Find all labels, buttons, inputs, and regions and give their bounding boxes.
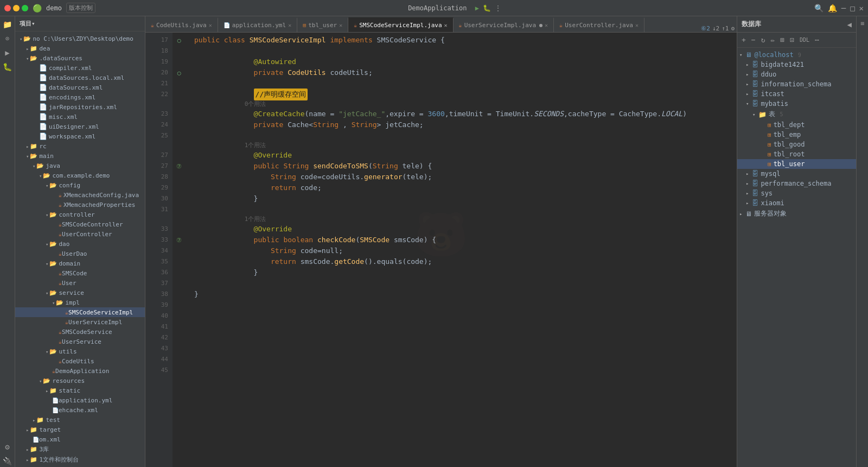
db-tbl-good[interactable]: ⊞ tbl_good: [737, 140, 856, 149]
maximize-button[interactable]: [22, 5, 28, 11]
code-editor[interactable]: 🐻 17 18 19 20 21 22 23 24 25 27 27 28 29: [145, 33, 737, 467]
db-sys[interactable]: ▸ 🗄 sys: [737, 188, 856, 198]
sidebar-item-smscode-domain[interactable]: ☕SMSCode: [15, 268, 145, 278]
sidebar-item-smscodeserviceimpl[interactable]: ☕SMSCodeServiceImpl: [15, 307, 145, 317]
sidebar-item-smscode-controller[interactable]: ☕SMSCodeController: [15, 219, 145, 229]
sidebar-item-com-example-demo[interactable]: ▾📂com.example.demo: [15, 171, 145, 180]
minimize-button[interactable]: [13, 5, 20, 11]
tab-usercontroller[interactable]: ☕ UserController.java ✕: [554, 17, 644, 32]
sidebar-item-datasources-local[interactable]: 📄dataSources.local.xml: [15, 73, 145, 83]
sidebar-item-rc[interactable]: ▸📁rc: [15, 141, 145, 151]
sidebar-item-dea[interactable]: ▸📁dea: [15, 43, 145, 53]
db-properties-button[interactable]: ✏: [768, 35, 777, 45]
sidebar-item-xmemcached-config[interactable]: ☕XMemcachedConfig.java: [15, 190, 145, 200]
db-refresh-button[interactable]: ↻: [759, 35, 768, 45]
db-itcast[interactable]: ▸ 🗄 itcast: [737, 89, 856, 99]
sidebar-item-userdao[interactable]: ☕UserDao: [15, 249, 145, 258]
sidebar-item-static[interactable]: ▸📁static: [15, 386, 145, 395]
sidebar-item-root[interactable]: ▾📂no C:\Users\ZDY\Desktop\demo: [15, 34, 145, 43]
sidebar-item-misc[interactable]: 📄misc.xml: [15, 112, 145, 122]
sidebar-item-user-controller[interactable]: ☕UserController: [15, 229, 145, 239]
sidebar-item-application-yml[interactable]: 📄application.yml: [15, 395, 145, 405]
sidebar-item-user-domain[interactable]: ☕User: [15, 278, 145, 288]
sidebar-item-smscodeservice[interactable]: ☕SMSCodeService: [15, 327, 145, 337]
tab-codeutils[interactable]: ☕ CodeUtils.java ✕: [145, 17, 218, 32]
db-localhost[interactable]: ▾ 🖥 @localhost 9: [737, 50, 856, 60]
db-tbl-dept[interactable]: ⊞ tbl_dept: [737, 120, 856, 130]
db-performance-schema[interactable]: ▸ 🗄 performance_schema: [737, 179, 856, 188]
tab-codeutils-close[interactable]: ✕: [209, 22, 212, 28]
folder-icon[interactable]: 📁: [2, 18, 14, 30]
sidebar-item-compiler-xml[interactable]: 📄compiler.xml: [15, 63, 145, 73]
settings-editor-icon[interactable]: ⚙: [731, 25, 735, 32]
debug-button[interactable]: 🐛: [483, 4, 491, 12]
sidebar-item-impl[interactable]: ▾📂impl: [15, 298, 145, 307]
db-mybatis[interactable]: ▾ 🗄 mybatis: [737, 99, 856, 109]
sidebar-item-resources[interactable]: ▾📂resources: [15, 376, 145, 386]
sidebar-item-config[interactable]: ▾📂config: [15, 180, 145, 190]
db-collapse-icon[interactable]: ◀: [847, 20, 852, 29]
sidebar-item-userserviceimpl[interactable]: ☕UserServiceImpl: [15, 317, 145, 327]
restore-icon[interactable]: □: [850, 4, 854, 12]
plugins-icon[interactable]: 🔌: [2, 455, 14, 467]
db-tbl-user[interactable]: ⊞ tbl_user: [737, 159, 856, 169]
tab-application-close[interactable]: ✕: [288, 22, 291, 28]
sidebar-item-userservice[interactable]: ☕UserService: [15, 337, 145, 346]
notifications-icon[interactable]: 🔔: [828, 4, 837, 12]
sidebar-item-java[interactable]: ▾📂java: [15, 161, 145, 171]
db-more-button[interactable]: ⋯: [813, 35, 821, 45]
sidebar-item-jar-repos[interactable]: 📄jarRepositories.xml: [15, 102, 145, 112]
db-bigdate1421[interactable]: ▸ 🗄 bigdate1421: [737, 60, 856, 70]
sidebar-item-utils[interactable]: ▾📂utils: [15, 346, 145, 356]
sidebar-item-files[interactable]: ▸📁1文件和控制台: [15, 455, 145, 465]
db-schema-button[interactable]: ⊡: [788, 35, 796, 45]
arrow-up-icon[interactable]: ↑1: [722, 25, 729, 32]
sidebar-item-test[interactable]: ▸📁test: [15, 415, 145, 425]
tab-tbluser-close[interactable]: ✕: [339, 22, 342, 28]
sidebar-item-controller[interactable]: ▾📂controller: [15, 210, 145, 219]
project-label[interactable]: 项目▾: [20, 20, 35, 28]
db-tbl-emp[interactable]: ⊞ tbl_emp: [737, 130, 856, 140]
tab-application[interactable]: 📄 application.yml ✕: [218, 17, 297, 32]
db-information-schema[interactable]: ▸ 🗄 information_schema: [737, 79, 856, 89]
arrow-down-icon[interactable]: ↓2: [712, 25, 719, 32]
db-tbl-root[interactable]: ⊞ tbl_root: [737, 149, 856, 159]
search-icon[interactable]: 🔍: [814, 4, 824, 12]
tab-smscode-close[interactable]: ✕: [444, 22, 448, 28]
sidebar-item-xmemcached-props[interactable]: ☕XMemcachedProperties: [15, 200, 145, 210]
right-sidebar-icon[interactable]: ≡: [858, 18, 867, 28]
run-icon[interactable]: ▶: [2, 47, 14, 59]
db-mysql[interactable]: ▸ 🗄 mysql: [737, 169, 856, 179]
tab-userserviceimpl-close[interactable]: ✕: [545, 22, 548, 28]
tab-usercontroller-close[interactable]: ✕: [635, 22, 639, 28]
sidebar-item-main[interactable]: ▾📂main: [15, 151, 145, 161]
sidebar-item-workspace[interactable]: 📄workspace.xml: [15, 131, 145, 141]
sidebar-item-codeutils[interactable]: ☕CodeUtils: [15, 356, 145, 366]
close-button[interactable]: [4, 5, 11, 11]
minimize-icon[interactable]: ─: [841, 4, 846, 12]
debug-sidebar-icon[interactable]: 🐛: [2, 61, 14, 73]
tab-userserviceimpl[interactable]: ☕ UserServiceImpl.java ✕: [454, 17, 554, 32]
sidebar-item-encodings[interactable]: 📄encodings.xml: [15, 92, 145, 102]
sidebar-item-uidesigner[interactable]: 📄uiDesigner.xml: [15, 122, 145, 131]
db-add-button[interactable]: +: [739, 35, 748, 45]
db-mybatis-tables-folder[interactable]: ▾ 📁 表 5: [737, 109, 856, 120]
sidebar-item-ehcache-xml[interactable]: 📄ehcache.xml: [15, 405, 145, 415]
more-run-button[interactable]: ⋮: [495, 4, 501, 12]
db-dduo[interactable]: ▸ 🗄 dduo: [737, 70, 856, 79]
settings-icon[interactable]: ⚙: [2, 441, 14, 453]
sidebar-item-service[interactable]: ▾📂service: [15, 288, 145, 298]
commit-icon[interactable]: ⊙: [2, 33, 14, 45]
run-button[interactable]: ▶: [475, 4, 479, 12]
version-control-label[interactable]: 版本控制: [66, 3, 95, 13]
sidebar-item-demoapplication[interactable]: ☕DemoApplication: [15, 366, 145, 376]
sidebar-item-datasources-xml[interactable]: 📄dataSources.xml: [15, 83, 145, 92]
db-xiaomi[interactable]: ▸ 🗄 xiaomi: [737, 198, 856, 208]
sidebar-item-dao[interactable]: ▾📂dao: [15, 239, 145, 249]
sidebar-item-libs[interactable]: ▸📁3库: [15, 444, 145, 455]
sidebar-item-pom[interactable]: 📄om.xml: [15, 434, 145, 444]
sidebar-item-datasources[interactable]: ▾📂.dataSources: [15, 53, 145, 63]
code-content[interactable]: public class SMSCodeServiceImpl implemen…: [186, 33, 737, 467]
tab-smscode[interactable]: ☕ SMSCodeServiceImpl.java ✕: [348, 17, 453, 32]
sidebar-item-domain[interactable]: ▾📂domain: [15, 258, 145, 268]
